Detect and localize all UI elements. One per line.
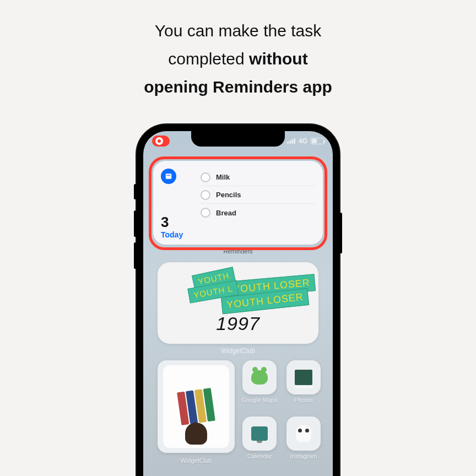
reminder-title: Pencils: [216, 191, 241, 199]
reminders-today-label: Today: [161, 230, 201, 239]
app-calendar[interactable]: Calendar: [240, 416, 279, 467]
retro-computer-icon: [251, 426, 268, 441]
checkbox-icon[interactable]: [201, 190, 210, 200]
reminder-title: Bread: [216, 209, 236, 217]
reminder-item[interactable]: Pencils: [201, 186, 315, 204]
promo-headline: You can make the task completed without …: [0, 17, 476, 101]
reminders-widget-label: Reminders: [143, 248, 333, 255]
app-google-maps[interactable]: Google Maps: [240, 360, 279, 411]
reminder-title: Milk: [216, 173, 230, 181]
headline-line-1: You can make the task: [155, 21, 321, 40]
checkbox-icon[interactable]: [201, 172, 210, 182]
screen-recording-pill[interactable]: [152, 136, 170, 147]
home-screen-apps: WidgetClub Google Maps Photos Calendar I…: [158, 360, 318, 467]
widgetclub-widget[interactable]: YOUTH YOUTH LOSER YOUTH L YOUTH LOSER 19…: [158, 262, 318, 344]
headline-line-2b: without: [249, 50, 308, 68]
volume-down-button[interactable]: [134, 242, 137, 269]
phone-frame: 4G 3 Today Milk: [137, 125, 339, 476]
power-button[interactable]: [339, 213, 342, 253]
reminders-today-icon: [161, 169, 176, 184]
app-photos[interactable]: Photos: [284, 360, 323, 411]
svg-rect-0: [166, 174, 172, 178]
notch: [191, 131, 285, 147]
books-image: [163, 365, 229, 448]
sticker-year: 1997: [158, 313, 318, 334]
network-label: 4G: [299, 137, 307, 145]
reminders-list: Milk Pencils Bread: [201, 169, 315, 239]
reminder-item[interactable]: Milk: [201, 169, 315, 186]
app-label: WidgetClub: [181, 457, 212, 464]
frog-icon: [251, 370, 268, 385]
app-label: Photos: [294, 397, 313, 403]
mute-switch[interactable]: [134, 184, 137, 199]
svg-rect-1: [167, 175, 171, 176]
headline-line-2a: completed: [168, 50, 249, 68]
app-label: Google Maps: [241, 397, 277, 403]
headline-line-3: opening Reminders app: [144, 78, 332, 96]
app-label: Calendar: [247, 453, 272, 459]
reminders-widget[interactable]: 3 Today Milk Pencils Bread: [153, 161, 323, 245]
polaroid-icon: [295, 370, 312, 385]
record-icon: [155, 137, 163, 145]
cow-icon: [296, 425, 311, 442]
app-instagram[interactable]: Instagram: [284, 416, 323, 467]
checkbox-icon[interactable]: [201, 208, 210, 218]
phone-screen: 4G 3 Today Milk: [143, 131, 333, 476]
reminder-item[interactable]: Bread: [201, 204, 315, 221]
volume-up-button[interactable]: [134, 210, 137, 237]
battery-icon: [311, 138, 324, 144]
app-widgetclub-large[interactable]: WidgetClub: [158, 360, 235, 467]
widgetclub-widget-label: WidgetClub: [143, 347, 333, 355]
app-label: Instagram: [290, 453, 317, 459]
reminders-count: 3: [161, 215, 201, 229]
signal-bars-icon: [287, 138, 295, 144]
